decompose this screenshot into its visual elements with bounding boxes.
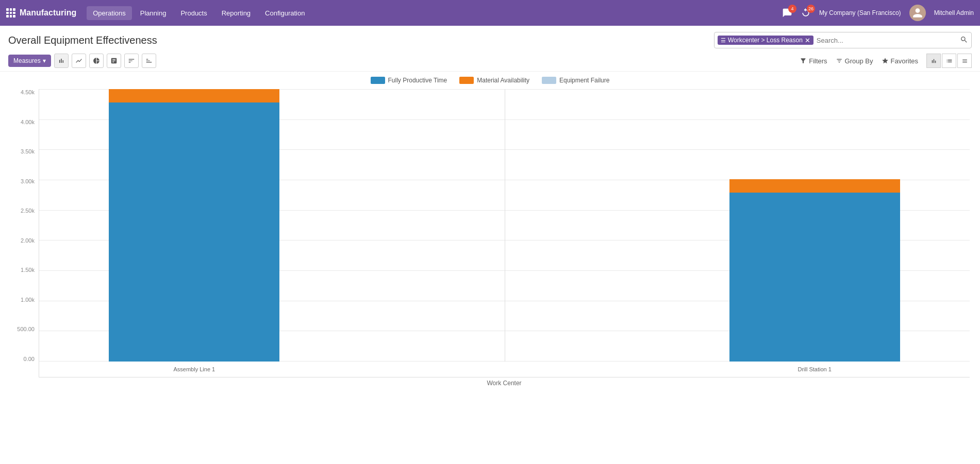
- stacked-chart-button[interactable]: [107, 54, 121, 68]
- pie-chart-button[interactable]: [89, 54, 104, 68]
- legend-label-productive: Fully Productive Time: [388, 77, 447, 84]
- favorites-label: Favorites: [891, 57, 918, 65]
- app-title: Manufacturing: [20, 8, 76, 18]
- bar-productive-drill: [729, 193, 900, 362]
- bar-material-assembly: [109, 89, 279, 102]
- legend-item-productive: Fully Productive Time: [371, 77, 447, 84]
- bar-productive-assembly: [109, 102, 279, 362]
- y-label-7: 1.00k: [21, 297, 35, 303]
- favorites-button[interactable]: Favorites: [882, 57, 918, 65]
- app-brand[interactable]: Manufacturing: [6, 8, 76, 18]
- y-label-2: 3.50k: [21, 148, 35, 154]
- user-avatar[interactable]: [909, 5, 926, 21]
- x-label-drill: Drill Station 1: [659, 362, 970, 377]
- legend-color-productive: [371, 77, 385, 84]
- search-bar: ☰ Workcenter > Loss Reason ✕: [714, 32, 972, 48]
- x-label-empty: [350, 362, 660, 377]
- chat-notification[interactable]: 4: [782, 8, 792, 18]
- search-tag[interactable]: ☰ Workcenter > Loss Reason ✕: [718, 36, 813, 45]
- user-name: Mitchell Admin: [934, 9, 974, 16]
- list-view-button[interactable]: [942, 54, 956, 68]
- y-label-5: 2.00k: [21, 237, 35, 244]
- nav-item-products[interactable]: Products: [174, 6, 213, 20]
- chart-container: Fully Productive Time Material Availabil…: [0, 72, 980, 397]
- legend-color-equipment: [542, 77, 556, 84]
- page-header: Overall Equipment Effectiveness ☰ Workce…: [0, 26, 980, 50]
- search-icon[interactable]: [960, 36, 968, 45]
- remove-tag-button[interactable]: ✕: [805, 37, 810, 44]
- desc-sort-button[interactable]: [142, 54, 156, 68]
- bar-group-drill: [659, 89, 970, 362]
- bars-wrapper: [39, 89, 970, 362]
- y-label-0: 4.50k: [21, 89, 35, 95]
- asc-sort-button[interactable]: [124, 54, 139, 68]
- bar-stack-drill[interactable]: [729, 179, 900, 362]
- filters-label: Filters: [809, 57, 827, 65]
- search-input[interactable]: [813, 37, 960, 44]
- y-label-6: 1.50k: [21, 267, 35, 273]
- nav-item-reporting[interactable]: Reporting: [215, 6, 257, 20]
- nav-items: Operations Planning Products Reporting C…: [87, 6, 782, 20]
- legend-item-material: Material Availability: [459, 77, 529, 84]
- y-label-8: 500.00: [17, 326, 35, 332]
- legend-label-equipment: Equipment Failure: [559, 77, 609, 84]
- y-label-1: 4.00k: [21, 119, 35, 125]
- y-label-3: 3.00k: [21, 178, 35, 184]
- bar-group-empty: [350, 89, 660, 362]
- measures-button[interactable]: Measures ▾: [8, 55, 51, 67]
- toolbar-left: Measures ▾: [8, 54, 156, 68]
- bar-chart-button[interactable]: [54, 54, 69, 68]
- filter-tag-icon: ☰: [721, 37, 726, 44]
- bar-stack-assembly[interactable]: [109, 89, 279, 362]
- toolbar-right: Filters Group By Favorites: [800, 54, 972, 68]
- legend-label-material: Material Availability: [477, 77, 529, 84]
- x-labels: Assembly Line 1 Drill Station 1: [39, 362, 970, 377]
- chat-badge: 4: [788, 5, 796, 13]
- table-view-button[interactable]: [957, 54, 972, 68]
- view-toggle: [926, 54, 972, 68]
- nav-item-configuration[interactable]: Configuration: [259, 6, 311, 20]
- group-by-label: Group By: [845, 57, 873, 65]
- bar-group-assembly: [39, 89, 350, 362]
- group-by-button[interactable]: Group By: [836, 57, 873, 65]
- nav-item-planning[interactable]: Planning: [134, 6, 173, 20]
- measures-label: Measures: [13, 57, 41, 64]
- x-label-assembly: Assembly Line 1: [39, 362, 350, 377]
- filters-button[interactable]: Filters: [800, 57, 827, 65]
- update-badge: 26: [807, 5, 815, 13]
- chart-legend: Fully Productive Time Material Availabil…: [10, 77, 970, 84]
- chart-plot: Assembly Line 1 Drill Station 1: [39, 89, 970, 377]
- update-notification[interactable]: 26: [801, 8, 811, 18]
- x-axis-title: Work Center: [39, 380, 970, 387]
- grid-icon: [6, 8, 15, 18]
- y-label-4: 2.50k: [21, 208, 35, 214]
- line-chart-button[interactable]: [72, 54, 86, 68]
- chart-view-button[interactable]: [926, 54, 941, 68]
- page-title: Overall Equipment Effectiveness: [8, 35, 157, 46]
- nav-right: 4 26 My Company (San Francisco) Mitchell…: [782, 5, 974, 21]
- search-tag-text: Workcenter > Loss Reason: [728, 37, 803, 44]
- company-name: My Company (San Francisco): [819, 9, 901, 16]
- legend-color-material: [459, 77, 474, 84]
- toolbar: Measures ▾ Filters Group By: [0, 50, 980, 72]
- legend-item-equipment: Equipment Failure: [542, 77, 609, 84]
- bar-material-drill: [729, 179, 900, 193]
- top-navigation: Manufacturing Operations Planning Produc…: [0, 0, 980, 26]
- nav-item-operations[interactable]: Operations: [87, 6, 132, 20]
- chart-area: 4.50k 4.00k 3.50k 3.00k 2.50k 2.00k 1.50…: [10, 89, 970, 377]
- y-axis: 4.50k 4.00k 3.50k 3.00k 2.50k 2.00k 1.50…: [10, 89, 39, 377]
- measures-dropdown-icon: ▾: [43, 57, 46, 64]
- y-label-9: 0.00: [24, 356, 35, 362]
